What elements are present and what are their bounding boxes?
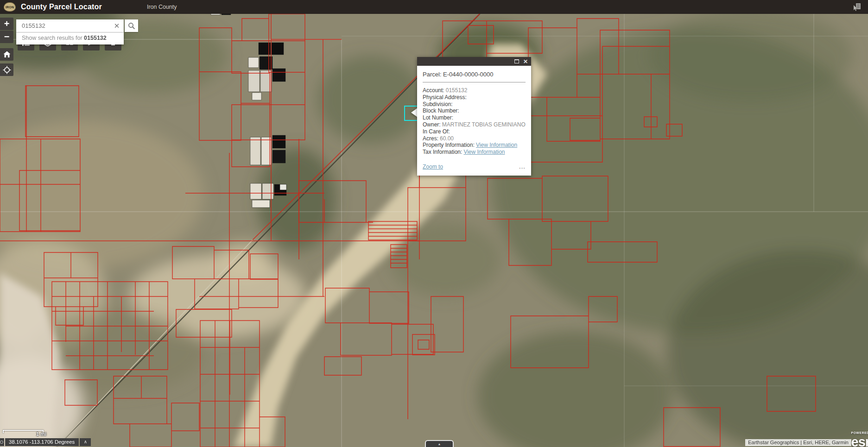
esri-wordmark: esri [851,434,868,447]
locate-icon [3,66,11,74]
field-lot-number: Lot Number: [423,114,526,121]
field-in-care-of: In Care Of: [423,128,526,135]
field-tax-information: Tax Information:View Information [423,149,526,156]
coordinate-widget: 38.1076 -113.1706 Degrees ∧ [0,438,91,446]
field-physical-address: Physical Address: [423,94,526,101]
home-icon [3,51,11,58]
search-widget: ✕ Show search results for 0155132 [16,19,138,44]
field-property-information: Property Information:View Information [423,142,526,149]
coordinate-readout: 38.1076 -113.1706 Degrees [5,438,79,446]
page-title: County Parcel Locator [21,3,102,11]
search-button[interactable] [125,19,138,32]
search-box: ✕ [16,19,124,32]
clear-search-icon[interactable]: ✕ [110,19,124,32]
zoom-in-button[interactable]: + [0,18,13,30]
search-suggestion[interactable]: Show search results for 0155132 [16,32,124,44]
popup-anchor-pointer [411,108,418,117]
scale-bar-label: 1 mi [36,431,46,437]
more-actions-icon[interactable]: ... [519,164,526,170]
search-input[interactable] [16,22,110,29]
field-block-number: Block Number: [423,107,526,114]
county-parcel-locator-app: IRON County Parcel Locator Iron County ✕ [0,0,868,447]
maximize-icon[interactable] [514,59,519,63]
chevron-up-icon[interactable]: ∧ [80,438,91,446]
triangle-up-icon: ▲ [438,442,441,446]
home-button[interactable] [0,48,13,61]
header-select-tool-button[interactable] [851,1,862,13]
property-information-link[interactable]: View Information [476,142,517,148]
map-attribution: Earthstar Geographics | Esri, HERE, Garm… [745,439,851,446]
iron-county-logo: IRON [4,2,16,12]
popup-body: Parcel: E-0440-0000-0000 Account:0155132… [417,66,531,176]
field-account: Account:0155132 [423,87,526,94]
parcel-popup: ✕ Parcel: E-0440-0000-0000 Account:01551… [417,57,531,176]
attribute-table-toggle[interactable]: ▲ [425,440,454,447]
coordinate-capture-icon[interactable] [0,438,4,446]
zoom-to-link[interactable]: Zoom to [423,164,443,170]
esri-logo: POWERED BY esri [851,432,868,447]
select-cursor-icon [852,2,862,12]
suggestion-term: 0155132 [84,35,107,41]
field-owner: Owner:MARTINEZ TOBIAS GEMINIANO [423,121,526,128]
app-header: IRON County Parcel Locator Iron County [0,0,868,14]
header-subtitle: Iron County [147,4,177,10]
close-icon[interactable]: ✕ [523,59,528,64]
field-subdivision: Subdivision: [423,101,526,108]
my-location-button[interactable] [0,63,13,76]
zoom-out-button[interactable]: − [0,31,13,43]
popup-title: Parcel: E-0440-0000-0000 [423,71,526,82]
search-icon [128,22,135,30]
suggestion-prefix: Show search results for [22,35,84,41]
field-acres: Acres:60.00 [423,135,526,142]
tax-information-link[interactable]: View Information [463,149,505,155]
popup-titlebar[interactable]: ✕ [417,57,531,66]
